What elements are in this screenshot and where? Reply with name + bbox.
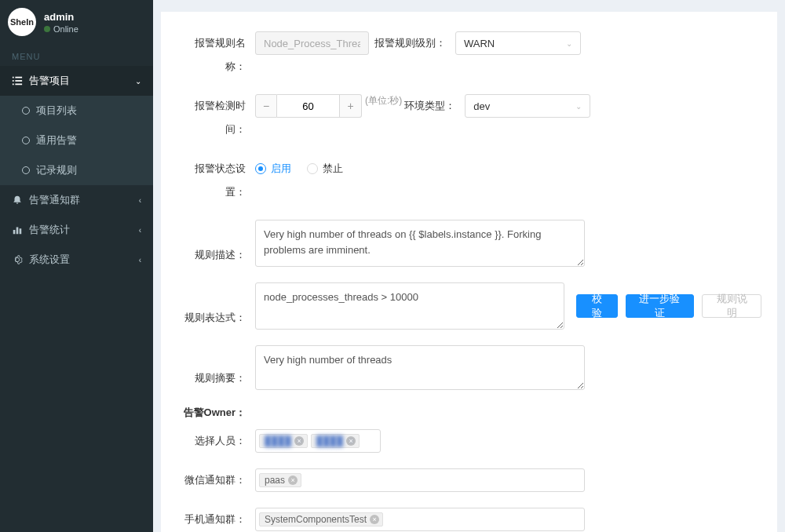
svg-rect-3: [15, 80, 22, 82]
chevron-down-icon: ⌄: [575, 102, 582, 111]
circle-icon: [22, 137, 30, 144]
input-rule-name[interactable]: [255, 31, 369, 55]
main-content: 报警规则名称： 报警规则级别： WARN ⌄ 报警检测时间： − + (单位:秒…: [153, 0, 785, 532]
label-expr: 规则表达式：: [177, 306, 255, 330]
sidebar-label: 记录规则: [36, 163, 77, 177]
bell-icon: [12, 195, 23, 206]
user-name: admin: [44, 11, 78, 23]
svg-rect-6: [13, 230, 16, 234]
row-status: 报警状态设置： 启用 禁止: [177, 157, 761, 204]
status-text: Online: [53, 24, 78, 34]
rule-help-button[interactable]: 规则说明: [702, 294, 761, 318]
textarea-expr[interactable]: [255, 282, 564, 330]
label-env-type: 环境类型：: [402, 94, 465, 118]
user-status: Online: [44, 24, 78, 34]
sidebar-menu: 告警项目 ⌄ 项目列表 通用告警 记录规则 告警通知群 ‹: [0, 66, 153, 275]
input-detect-time[interactable]: [277, 94, 340, 118]
label-owner: 告警Owner：: [177, 406, 255, 420]
tag-input-person[interactable]: ████× ████×: [255, 429, 381, 453]
circle-icon: [22, 166, 30, 174]
sidebar-item-general-alert[interactable]: 通用告警: [0, 126, 153, 155]
sidebar-item-alert-stats[interactable]: 告警统计 ‹: [0, 215, 153, 245]
label-wechat: 微信通知群：: [177, 468, 255, 492]
svg-rect-2: [13, 80, 14, 82]
decrement-button[interactable]: −: [255, 94, 277, 118]
sidebar-label: 通用告警: [36, 133, 77, 148]
select-value: WARN: [464, 38, 495, 49]
list-icon: [12, 75, 23, 86]
user-panel: SheIn admin Online: [0, 0, 153, 44]
svg-rect-5: [15, 84, 22, 86]
select-rule-level[interactable]: WARN ⌄: [455, 31, 581, 55]
circle-icon: [22, 107, 30, 115]
svg-rect-0: [13, 77, 14, 78]
sidebar-item-system-settings[interactable]: 系统设置 ‹: [0, 245, 153, 275]
row-owner-header: 告警Owner：: [177, 406, 761, 420]
textarea-summary[interactable]: [255, 345, 585, 390]
radio-enable[interactable]: 启用: [255, 162, 291, 176]
row-select-person: 选择人员： ████× ████×: [177, 429, 761, 453]
sidebar-item-alert-project[interactable]: 告警项目 ⌄: [0, 66, 153, 96]
svg-rect-7: [16, 228, 19, 235]
chevron-left-icon: ‹: [139, 226, 141, 235]
sidebar-item-record-rule[interactable]: 记录规则: [0, 155, 153, 185]
person-tag[interactable]: ████×: [259, 434, 308, 448]
sidebar-label: 告警通知群: [29, 193, 80, 207]
row-phone: 手机通知群： SystemComponentsTest×: [177, 508, 761, 531]
close-icon[interactable]: ×: [370, 515, 379, 524]
person-tag[interactable]: ████×: [311, 434, 360, 448]
sidebar-label: 项目列表: [36, 104, 77, 118]
label-summary: 规则摘要：: [177, 366, 255, 390]
close-icon[interactable]: ×: [288, 476, 298, 485]
select-env-type[interactable]: dev ⌄: [465, 94, 590, 118]
row-wechat: 微信通知群： paas×: [177, 468, 761, 492]
status-dot-icon: [44, 26, 50, 32]
sidebar-item-alert-group[interactable]: 告警通知群 ‹: [0, 185, 153, 215]
sidebar-label: 告警项目: [29, 74, 70, 88]
label-select-person: 选择人员：: [177, 429, 255, 453]
svg-rect-8: [20, 228, 22, 234]
textarea-desc[interactable]: [255, 220, 585, 267]
radio-icon: [307, 163, 318, 174]
chevron-left-icon: ‹: [139, 256, 141, 264]
avatar: SheIn: [8, 8, 36, 36]
radio-group-status: 启用 禁止: [255, 157, 343, 180]
radio-icon: [255, 163, 266, 174]
tag-input-wechat[interactable]: paas×: [255, 468, 585, 492]
chevron-left-icon: ‹: [139, 196, 141, 205]
row-expr: 规则表达式： 校验 进一步验证 规则说明: [177, 282, 761, 330]
row-rule-name-level: 报警规则名称： 报警规则级别： WARN ⌄: [177, 31, 761, 78]
phone-tag[interactable]: SystemComponentsTest×: [259, 512, 383, 527]
svg-rect-1: [15, 77, 22, 78]
radio-disable[interactable]: 禁止: [307, 162, 343, 176]
row-summary: 规则摘要：: [177, 345, 761, 390]
label-detect-time: 报警检测时间：: [177, 94, 255, 141]
form-card: 报警规则名称： 报警规则级别： WARN ⌄ 报警检测时间： − + (单位:秒…: [161, 12, 777, 532]
number-detect-time: − +: [255, 94, 362, 118]
row-detect-env: 报警检测时间： − + (单位:秒) 环境类型： dev ⌄: [177, 94, 761, 141]
tag-input-phone[interactable]: SystemComponentsTest×: [255, 508, 585, 531]
sidebar: SheIn admin Online MENU 告警项目 ⌄: [0, 0, 153, 532]
label-desc: 规则描述：: [177, 243, 255, 267]
gear-icon: [12, 254, 23, 265]
chevron-down-icon: ⌄: [135, 77, 141, 86]
radio-label: 启用: [271, 162, 291, 176]
sidebar-label: 告警统计: [29, 223, 70, 237]
radio-label: 禁止: [323, 162, 343, 176]
wechat-tag[interactable]: paas×: [259, 473, 301, 487]
expr-button-row: 校验 进一步验证 规则说明: [576, 294, 761, 318]
chevron-down-icon: ⌄: [566, 39, 572, 48]
row-desc: 规则描述：: [177, 220, 761, 267]
label-rule-level: 报警规则级别：: [369, 31, 455, 55]
further-verify-button[interactable]: 进一步验证: [626, 294, 694, 318]
close-icon[interactable]: ×: [294, 436, 304, 446]
svg-rect-4: [13, 84, 14, 86]
close-icon[interactable]: ×: [346, 436, 356, 446]
menu-header: MENU: [0, 44, 153, 66]
user-info: admin Online: [44, 11, 78, 34]
label-phone: 手机通知群：: [177, 508, 255, 531]
increment-button[interactable]: +: [340, 94, 362, 118]
verify-button[interactable]: 校验: [576, 294, 618, 318]
chart-icon: [12, 224, 23, 235]
sidebar-item-project-list[interactable]: 项目列表: [0, 96, 153, 126]
